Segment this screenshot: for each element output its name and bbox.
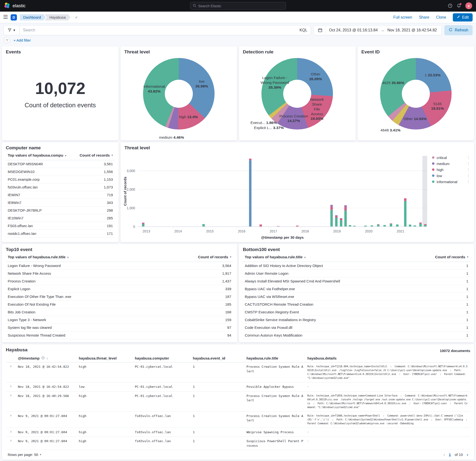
event-id-pie-chart[interactable]: 1 23.53%5145 19.51%Other 14.93%4648 3.41…: [380, 58, 452, 129]
pie-slice-label: Execut... 1.86%: [251, 120, 277, 125]
legend-item-low[interactable]: low⋮: [432, 173, 470, 178]
table-row[interactable]: IEWIN7719: [6, 191, 115, 199]
table-row[interactable]: Explicit Logon339: [6, 285, 233, 293]
table-row[interactable]: Code Execution via Pcwutl.dll1: [243, 324, 470, 332]
table-row[interactable]: Process Creation1,437: [6, 277, 233, 285]
date-from[interactable]: Oct 24, 2013 @ 01:16:13.84: [329, 28, 378, 32]
global-search[interactable]: [190, 2, 286, 10]
pie-slice-pct: 4.46%: [173, 135, 184, 139]
elastic-brand[interactable]: elastic: [4, 2, 26, 10]
table-row[interactable]: CMSTP Execution Registry Event1: [243, 308, 470, 316]
expand-document-icon[interactable]: ›: [6, 392, 16, 411]
share-button[interactable]: Share: [419, 15, 429, 20]
table-row[interactable]: Suspicious Remote Thread Created94: [6, 332, 233, 339]
help-icon[interactable]: ?: [448, 4, 452, 8]
cell-count: 1,556: [104, 170, 113, 174]
expand-document-icon[interactable]: ›: [6, 428, 16, 437]
table-row[interactable]: Network Share File Access1,917: [6, 270, 233, 277]
edit-button[interactable]: Edit: [453, 13, 473, 22]
global-search-input[interactable]: [198, 4, 283, 8]
expand-document-icon[interactable]: ›: [6, 412, 16, 428]
table-row[interactable]: IE10Win7285: [6, 214, 115, 222]
table-row[interactable]: Logon Type 3 - Network159: [6, 316, 233, 324]
column-header-timestamp[interactable]: @timestamp ↓: [16, 354, 77, 362]
table-row[interactable]: Execution Of Other File Type Than .exe18…: [6, 293, 233, 300]
next-page-icon[interactable]: ›: [467, 452, 468, 457]
column-header-computer[interactable]: hayabusa.computer: [133, 354, 191, 362]
legend-actions-icon[interactable]: ⋮: [467, 173, 470, 178]
threat-level-histogram[interactable]: 01,0002,0003,000201320142015201620172018…: [122, 153, 472, 241]
column-header-event-id[interactable]: hayabusa.event_id: [191, 354, 245, 362]
page-number-button[interactable]: 1: [449, 452, 451, 457]
table-row[interactable]: DESKTOP-M5SN04R3,561: [6, 160, 115, 168]
search-input[interactable]: [23, 28, 295, 32]
table-row[interactable]: DESKTOP-JR78RLP298: [6, 207, 115, 214]
table-row[interactable]: CACTUSTORCH Remote Thread Creation1: [243, 300, 470, 308]
table-row[interactable]: PC01.example.corp1,153: [6, 176, 115, 183]
column-header-values[interactable]: Top values of hayabusa.rule.title▾: [8, 255, 69, 259]
full-screen-button[interactable]: Full screen: [393, 15, 412, 20]
rows-per-page-button[interactable]: Rows per page: 50 ▾: [8, 452, 41, 457]
table-row[interactable]: Bits Job Creation168: [6, 308, 233, 316]
notifications-bell-icon[interactable]: [457, 4, 461, 8]
column-header-values[interactable]: Top values of hayabusa.compu▾: [8, 153, 66, 158]
table-row[interactable]: IE8Win7343: [6, 199, 115, 207]
panel-title: Computer name: [6, 145, 115, 151]
legend-actions-icon[interactable]: ⋮: [467, 179, 470, 184]
table-row[interactable]: FS03.offsec.lan191: [6, 222, 115, 230]
previous-page-icon[interactable]: ‹: [443, 452, 445, 457]
table-row[interactable]: MSEDGEWIN101,556: [6, 168, 115, 176]
query-language-badge[interactable]: KQL: [297, 28, 307, 32]
legend-item-high[interactable]: high⋮: [432, 167, 470, 172]
column-header-count[interactable]: Count of records▾: [435, 255, 468, 259]
cell-count: 168: [225, 310, 231, 314]
user-avatar[interactable]: e: [465, 2, 472, 9]
sort-desc-icon[interactable]: ↓: [46, 356, 48, 360]
detection-rule-pie-chart[interactable]: Other 26.09%Network Share File Access 19…: [262, 58, 333, 129]
clone-button[interactable]: Clone: [436, 15, 446, 20]
refresh-button[interactable]: Refresh: [444, 25, 473, 35]
expand-document-icon[interactable]: ›: [6, 362, 16, 382]
column-header-count[interactable]: Count of records▾: [198, 255, 231, 259]
column-header-rule-title[interactable]: hayabusa.rule.title: [245, 354, 306, 362]
threat-level-pie-chart[interactable]: low 36.98%high 13.4%medium 4.46%informat…: [143, 58, 214, 129]
table-row[interactable]: Logon Failure - Wrong Password3,564: [6, 262, 233, 270]
legend-item-informational[interactable]: informational⋮: [432, 179, 470, 184]
calendar-icon[interactable]: [315, 25, 326, 35]
table-row[interactable]: Admin User Remote Logon1: [243, 270, 470, 277]
column-header-count[interactable]: Count of records▾: [80, 153, 113, 158]
menu-icon[interactable]: [3, 15, 8, 20]
table-row[interactable]: Addition of SID History to Active Direct…: [243, 262, 470, 270]
table-row[interactable]: fs03vuln.offsec.lan1,073: [6, 183, 115, 191]
table-row[interactable]: CobaltStrike Service Installations in Re…: [243, 316, 470, 324]
check-icon[interactable]: ✓: [75, 15, 78, 20]
filter-options-icon[interactable]: [4, 37, 10, 43]
table-row[interactable]: Bypass UAC via Fodhelper.exe1: [243, 285, 470, 293]
column-header-threat-level[interactable]: hayabusa.threat_level: [77, 354, 133, 362]
table-row[interactable]: Commun Autorun Keys Modification1: [243, 332, 470, 339]
table-row[interactable]: rootdc1.offsec.lan171: [6, 230, 115, 238]
space-badge[interactable]: D: [11, 14, 17, 21]
saved-query-menu-button[interactable]: ▾: [3, 25, 19, 35]
cell-event-id: 1: [191, 362, 245, 382]
table-row[interactable]: Execution Of Not Existing File185: [6, 300, 233, 308]
table-row[interactable]: Bypass UAC via WSReset.exe1: [243, 293, 470, 300]
date-to[interactable]: Nov 18, 2021 @ 16:42:54.82: [387, 28, 437, 32]
breadcrumb-hayabusa[interactable]: Hayabusa: [44, 14, 71, 21]
legend-item-medium[interactable]: medium⋮: [432, 161, 470, 166]
expand-document-icon[interactable]: ›: [6, 383, 16, 392]
breadcrumb-dashboard[interactable]: Dashboard: [20, 14, 46, 21]
pie-slice-pct: 14.27%: [287, 119, 300, 123]
column-header-details[interactable]: hayabusa.details: [306, 354, 470, 362]
legend-actions-icon[interactable]: ⋮: [467, 155, 470, 160]
cell-value: CMSTP Execution Registry Event: [245, 310, 302, 314]
table-row[interactable]: System log file was cleared97: [6, 324, 233, 332]
table-row[interactable]: Always Install Elevated MSI Spawned Cmd …: [243, 277, 470, 285]
legend-actions-icon[interactable]: ⋮: [467, 167, 470, 172]
legend-item-critical[interactable]: critical⋮: [432, 155, 470, 160]
query-input-wrapper: KQL: [19, 25, 311, 35]
add-filter-button[interactable]: + Add filter: [14, 38, 31, 42]
legend-actions-icon[interactable]: ⋮: [467, 161, 470, 166]
expand-document-icon[interactable]: ›: [6, 437, 16, 450]
column-header-values[interactable]: Top values of hayabusa.rule.title▾: [245, 255, 306, 259]
